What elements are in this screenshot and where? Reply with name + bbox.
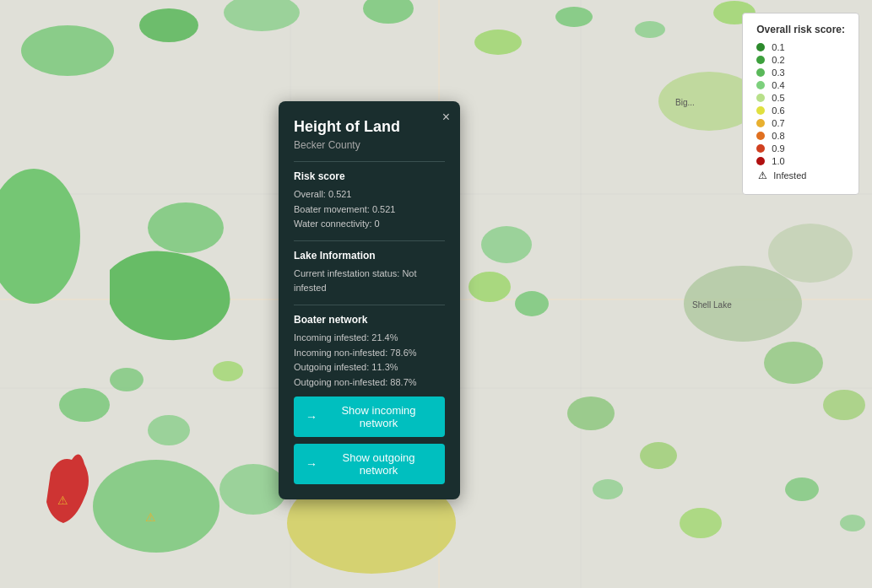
popup-title: Height of Land (294, 118, 445, 136)
svg-point-12 (555, 7, 593, 27)
svg-point-38 (593, 479, 623, 499)
svg-point-7 (21, 25, 114, 76)
svg-point-20 (468, 272, 511, 302)
svg-text:Shell Lake: Shell Lake (692, 300, 732, 310)
svg-point-29 (567, 396, 615, 430)
network-outgoing-infested: Outgoing infested: 11.3% (294, 360, 445, 375)
show-outgoing-network-button[interactable]: → Show outgoing network (294, 444, 445, 484)
svg-point-27 (148, 415, 190, 445)
svg-point-35 (213, 361, 243, 381)
legend-item-05: 0.5 (756, 93, 845, 103)
legend-item-02: 0.2 (756, 55, 845, 65)
svg-point-41 (840, 515, 865, 531)
legend-label-infested: Infested (773, 170, 806, 181)
svg-point-19 (481, 226, 532, 263)
legend-item-08: 0.8 (756, 131, 845, 141)
outgoing-arrow-icon: → (306, 457, 317, 471)
legend: Overall risk score: 0.1 0.2 0.3 0.4 0.5 … (742, 13, 859, 195)
network-section-title: Boater network (294, 314, 445, 326)
popup-subtitle: Becker County (294, 139, 445, 151)
legend-item-10: 1.0 (756, 156, 845, 166)
svg-point-25 (823, 390, 865, 420)
svg-point-11 (474, 30, 522, 55)
legend-dot-06 (756, 106, 765, 115)
svg-point-13 (635, 21, 665, 38)
svg-text:⚠: ⚠ (57, 494, 68, 507)
legend-dot-05 (756, 94, 765, 102)
legend-dot-10 (756, 157, 765, 165)
legend-item-09: 0.9 (756, 143, 845, 154)
legend-dot-02 (756, 56, 765, 64)
legend-dot-01 (756, 43, 765, 51)
svg-text:⚠: ⚠ (145, 510, 156, 524)
btn-outgoing-label: Show outgoing network (324, 451, 433, 477)
legend-warning-icon: ⚠ (756, 170, 768, 181)
svg-point-8 (139, 8, 198, 42)
legend-label-10: 1.0 (772, 156, 784, 166)
risk-water: Water connectivity: 0 (294, 217, 445, 232)
legend-item-06: 0.6 (756, 105, 845, 116)
legend-item-infested: ⚠ Infested (756, 170, 845, 181)
legend-label-03: 0.3 (772, 67, 784, 78)
svg-point-32 (93, 460, 219, 553)
risk-overall: Overall: 0.521 (294, 187, 445, 202)
legend-label-06: 0.6 (772, 105, 784, 116)
btn-incoming-label: Show incoming network (324, 404, 433, 429)
svg-point-18 (148, 202, 224, 253)
legend-dot-07 (756, 119, 765, 127)
svg-point-33 (219, 464, 287, 515)
svg-point-39 (680, 508, 722, 538)
legend-dot-04 (756, 81, 765, 89)
svg-point-26 (59, 388, 110, 422)
incoming-arrow-icon: → (306, 410, 317, 423)
popup-divider-2 (294, 240, 445, 241)
legend-item-07: 0.7 (756, 118, 845, 128)
map-container: Shell Lake Big... ⚠ ⚠ Overall risk score… (0, 0, 872, 588)
network-incoming-infested: Incoming infested: 21.4% (294, 331, 445, 346)
svg-point-23 (768, 224, 853, 283)
svg-point-30 (640, 442, 677, 469)
popup-divider-1 (294, 161, 445, 162)
svg-point-40 (785, 477, 819, 501)
legend-label-02: 0.2 (772, 55, 784, 65)
legend-label-08: 0.8 (772, 131, 784, 141)
network-outgoing-non-infested: Outgoing non-infested: 88.7% (294, 375, 445, 391)
legend-title: Overall risk score: (756, 24, 845, 35)
legend-item-04: 0.4 (756, 80, 845, 90)
popup-divider-3 (294, 305, 445, 305)
lake-section-title: Lake Information (294, 250, 445, 262)
svg-point-21 (515, 291, 549, 316)
legend-dot-08 (756, 132, 765, 140)
show-incoming-network-button[interactable]: → Show incoming network (294, 396, 445, 437)
network-incoming-non-infested: Incoming non-infested: 78.6% (294, 346, 445, 361)
lake-infestation-status: Current infestation status: Not infested (294, 267, 445, 296)
svg-text:Big...: Big... (675, 98, 695, 107)
legend-label-04: 0.4 (772, 80, 784, 90)
legend-item-01: 0.1 (756, 42, 845, 52)
legend-label-05: 0.5 (772, 93, 784, 103)
risk-section-title: Risk score (294, 170, 445, 182)
popup-close-button[interactable]: × (442, 110, 450, 125)
risk-boater: Boater movement: 0.521 (294, 202, 445, 218)
svg-point-24 (764, 342, 823, 384)
svg-point-34 (110, 368, 144, 391)
legend-dot-09 (756, 144, 765, 153)
legend-label-07: 0.7 (772, 118, 784, 128)
popup-panel: × Height of Land Becker County Risk scor… (279, 101, 460, 499)
legend-item-03: 0.3 (756, 67, 845, 78)
legend-dot-03 (756, 68, 765, 77)
legend-label-01: 0.1 (772, 42, 784, 52)
legend-label-09: 0.9 (772, 143, 784, 154)
